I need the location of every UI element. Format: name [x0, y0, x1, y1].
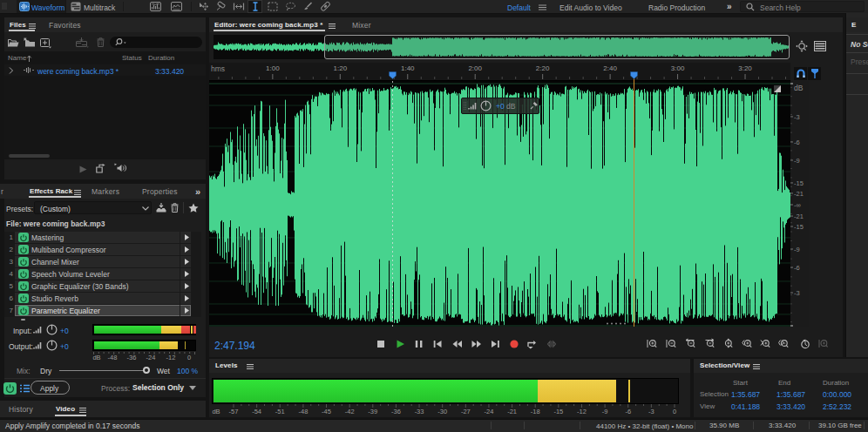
video-panel-menu-icon[interactable]: [79, 408, 86, 413]
sv-selection-start[interactable]: 1:35.687: [731, 390, 760, 399]
sv-view-duration[interactable]: 2:52.232: [823, 402, 851, 411]
effect-slot-arrow-cell[interactable]: [180, 293, 192, 304]
effect-power-button[interactable]: [18, 306, 29, 315]
levels-panel-menu-icon[interactable]: [247, 364, 254, 369]
effect-power-button[interactable]: [18, 294, 29, 303]
effect-slot-arrow-cell[interactable]: [180, 268, 192, 280]
tab-editor[interactable]: Editor: were coming back.mp3 *: [214, 21, 322, 29]
search-help-input[interactable]: Search Help: [760, 3, 801, 12]
spectral-pitch-icon[interactable]: [171, 2, 182, 11]
effects-rack-menu-icon[interactable]: [74, 190, 81, 195]
effect-slot-row[interactable]: Mastering: [15, 232, 191, 243]
editor-display-menu-icon[interactable]: [814, 41, 826, 51]
zoom-in-button[interactable]: [647, 339, 659, 350]
effect-power-button[interactable]: [18, 257, 29, 267]
hud-pin-icon[interactable]: [530, 101, 539, 110]
effects-tab-overflow[interactable]: »: [195, 186, 200, 197]
slip-tool-icon[interactable]: [233, 2, 245, 11]
files-hscrollbar[interactable]: [9, 154, 50, 158]
next-button[interactable]: [490, 339, 502, 350]
tab-video[interactable]: Video: [56, 405, 75, 413]
play-button[interactable]: [395, 339, 407, 350]
zoom-reset-button[interactable]: [800, 339, 812, 350]
tab-essential-sound-fragment[interactable]: E: [851, 21, 856, 29]
waveform-mode-label[interactable]: Waveform: [31, 3, 64, 12]
files-trash-icon[interactable]: [97, 37, 105, 47]
effect-slot-arrow-cell[interactable]: [180, 280, 192, 292]
tab-properties[interactable]: Properties: [142, 187, 178, 196]
effect-slot-arrow-cell[interactable]: [180, 256, 192, 267]
tab-markers[interactable]: Markers: [92, 187, 119, 196]
file-row-duration[interactable]: 3:33.420: [155, 67, 184, 76]
output-gain-value[interactable]: +0: [60, 342, 69, 351]
cti-marker-handle[interactable]: [630, 71, 638, 79]
workspace-default[interactable]: Default: [507, 3, 531, 12]
move-tool-icon[interactable]: [198, 2, 209, 11]
zoom-selection-button[interactable]: [778, 339, 790, 350]
effect-slot-arrow-cell[interactable]: [180, 244, 192, 255]
delete-preset-icon[interactable]: [171, 203, 179, 213]
files-col-name[interactable]: Name: [8, 54, 26, 62]
pause-button[interactable]: [414, 339, 426, 350]
tab-effects-rack[interactable]: Effects Rack: [30, 187, 72, 195]
lasso-selection-tool-icon[interactable]: [285, 2, 296, 11]
editor-timecode[interactable]: 2:47.194: [214, 340, 255, 352]
zoom-time-button[interactable]: [817, 339, 830, 350]
tab-history[interactable]: History: [9, 405, 33, 414]
process-value[interactable]: Selection Only: [132, 383, 184, 392]
insert-into-multitrack-icon[interactable]: [76, 37, 89, 48]
process-dropdown-caret-icon[interactable]: [189, 386, 196, 390]
skip-selection-button[interactable]: [546, 339, 559, 350]
zoom-amplitude-button[interactable]: [722, 339, 735, 350]
files-col-duration[interactable]: Duration: [148, 54, 174, 62]
marquee-selection-tool-icon[interactable]: [268, 2, 278, 11]
selection-marker-handle[interactable]: [389, 71, 397, 79]
effect-slot-row[interactable]: Parametric Equalizer: [15, 305, 191, 316]
zoom-navigator-icon[interactable]: [796, 40, 809, 53]
output-gain-knob-icon[interactable]: [46, 340, 58, 351]
files-play-icon[interactable]: [79, 165, 87, 173]
zoom-out-point-button[interactable]: [760, 339, 772, 350]
mix-slider-track[interactable]: [59, 370, 144, 371]
selection-view-menu-icon[interactable]: [753, 364, 760, 369]
spot-healing-brush-tool-icon[interactable]: [320, 2, 331, 11]
tab-selection-view[interactable]: Selection/View: [700, 361, 749, 369]
effect-slot-row[interactable]: Graphic Equalizer (30 Bands): [15, 280, 191, 292]
files-loop-icon[interactable]: [96, 164, 105, 173]
editor-panel-menu-icon[interactable]: [329, 24, 336, 29]
effect-power-button[interactable]: [18, 269, 29, 279]
mix-slider-handle[interactable]: [143, 367, 150, 374]
effect-power-button[interactable]: [18, 281, 29, 291]
file-row-name[interactable]: were coming back.mp3 *: [37, 67, 119, 76]
sv-selection-duration[interactable]: 0:00.000: [823, 390, 851, 399]
files-panel-menu-icon[interactable]: [29, 24, 36, 29]
rewind-button[interactable]: [451, 339, 464, 350]
overview-view-box[interactable]: [324, 35, 790, 59]
new-content-icon[interactable]: [40, 38, 52, 48]
effect-slot-row[interactable]: Multiband Compressor: [15, 244, 191, 255]
favorite-star-icon[interactable]: [188, 203, 199, 213]
hud-knob-icon[interactable]: [480, 100, 492, 111]
effect-slot-row[interactable]: Channel Mixer: [15, 256, 191, 267]
fast-forward-button[interactable]: [471, 339, 483, 350]
tab-levels[interactable]: Levels: [215, 361, 238, 369]
razor-tool-icon[interactable]: [215, 2, 227, 11]
paintbrush-tool-icon[interactable]: [302, 2, 313, 11]
stop-button[interactable]: [376, 339, 388, 350]
multitrack-mode-label[interactable]: Multitrack: [84, 3, 115, 12]
tab-files[interactable]: Files: [10, 21, 26, 29]
save-preset-icon[interactable]: [156, 203, 166, 213]
sv-view-start[interactable]: 0:41.188: [731, 402, 760, 411]
zoom-out-right-button[interactable]: [704, 339, 716, 350]
spectral-display-icon[interactable]: [150, 2, 161, 11]
mix-value[interactable]: 100 %: [177, 367, 198, 375]
workspace-edit-audio-to-video[interactable]: Edit Audio to Video: [559, 3, 622, 12]
cti-playhead-line[interactable]: [634, 78, 634, 327]
effect-slot-row[interactable]: Studio Reverb: [15, 293, 191, 304]
slot-list-grip[interactable]: [21, 319, 25, 321]
effect-slot-row[interactable]: Speech Volume Leveler: [15, 268, 191, 280]
rack-list-icon[interactable]: [20, 384, 30, 393]
effect-power-button[interactable]: [18, 245, 29, 254]
zoom-out-button[interactable]: [666, 339, 678, 350]
files-autoplay-speaker-icon[interactable]: [114, 163, 126, 173]
